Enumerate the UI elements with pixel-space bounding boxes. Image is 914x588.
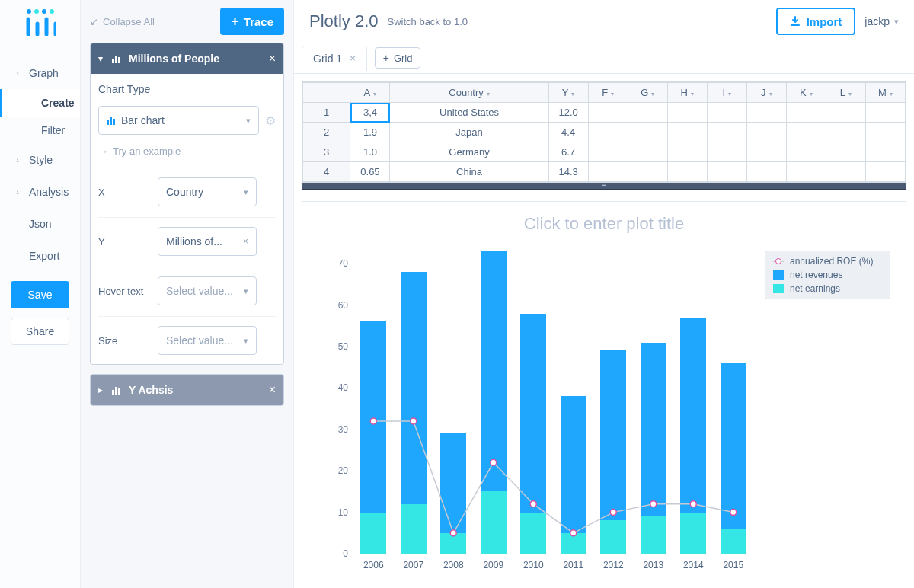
cell[interactable]: 4.4: [548, 123, 588, 142]
cell[interactable]: [588, 162, 628, 182]
column-header[interactable]: Y▾: [548, 83, 588, 103]
cell[interactable]: [667, 142, 707, 162]
column-header[interactable]: I▾: [707, 83, 746, 103]
cell[interactable]: [746, 142, 786, 162]
cell[interactable]: [865, 142, 905, 162]
cell[interactable]: [865, 103, 905, 123]
cell[interactable]: 1.9: [350, 123, 390, 142]
cell[interactable]: Japan: [390, 123, 548, 142]
import-button[interactable]: Import: [776, 8, 856, 35]
line-marker[interactable]: [411, 418, 417, 424]
cell[interactable]: 3,4: [350, 103, 390, 123]
cell[interactable]: [707, 103, 746, 123]
line-marker[interactable]: [730, 510, 737, 516]
line-marker[interactable]: [450, 530, 456, 536]
plot-title-input[interactable]: Click to enter plot title: [318, 214, 890, 234]
line-marker[interactable]: [370, 418, 376, 424]
column-header[interactable]: G▾: [628, 83, 667, 103]
cell[interactable]: [826, 162, 865, 182]
cell[interactable]: Germany: [390, 142, 548, 162]
cell[interactable]: [786, 162, 826, 182]
close-icon[interactable]: ×: [269, 383, 276, 397]
cell[interactable]: [628, 162, 667, 182]
nav-item-create[interactable]: Create: [0, 89, 80, 117]
column-header[interactable]: K▾: [786, 83, 826, 103]
column-header[interactable]: F▾: [588, 83, 628, 103]
collapse-all-button[interactable]: ↙ Collapse All: [90, 16, 155, 27]
legend-item[interactable]: net revenues: [773, 270, 882, 280]
hover-select[interactable]: Select value... ▾: [158, 276, 257, 305]
x-select[interactable]: Country ▾: [158, 177, 257, 206]
cell[interactable]: [746, 123, 786, 142]
line-marker[interactable]: [690, 501, 696, 507]
cell[interactable]: [865, 123, 905, 142]
line-marker[interactable]: [570, 530, 577, 536]
cell[interactable]: [667, 103, 707, 123]
line-marker[interactable]: [530, 501, 536, 507]
clear-icon[interactable]: ×: [243, 236, 248, 247]
nav-item-filter[interactable]: Filter: [0, 117, 80, 144]
cell[interactable]: [826, 142, 865, 162]
cell[interactable]: [746, 162, 786, 182]
cell[interactable]: [826, 123, 865, 142]
cell[interactable]: [746, 103, 786, 123]
cell[interactable]: [588, 142, 628, 162]
cell[interactable]: [707, 142, 746, 162]
cell[interactable]: China: [390, 162, 548, 182]
cell[interactable]: [628, 103, 667, 123]
cell[interactable]: [786, 142, 826, 162]
cell[interactable]: 0.65: [350, 162, 390, 182]
nav-item-json[interactable]: Json: [0, 208, 80, 240]
column-header[interactable]: J▾: [746, 83, 786, 103]
trace-header[interactable]: ▸ Y Achsis ×: [91, 375, 283, 405]
table-row[interactable]: 21.9Japan4.4: [303, 123, 906, 142]
column-header[interactable]: Country▾: [390, 83, 548, 103]
save-button[interactable]: Save: [11, 281, 69, 308]
switch-back-link[interactable]: Switch back to 1.0: [388, 16, 468, 27]
cell[interactable]: United States: [390, 103, 548, 123]
add-grid-button[interactable]: + Grid: [375, 47, 421, 69]
cell[interactable]: [628, 142, 667, 162]
table-row[interactable]: 13,4United States12.0: [303, 103, 906, 123]
data-grid[interactable]: A▾Country▾Y▾F▾G▾H▾I▾J▾K▾L▾M▾13,4United S…: [302, 81, 906, 183]
cell[interactable]: 12.0: [548, 103, 588, 123]
cell[interactable]: 14.3: [548, 162, 588, 182]
nav-item-graph[interactable]: ›Graph: [0, 57, 80, 89]
cell[interactable]: [826, 103, 865, 123]
cell[interactable]: [707, 162, 746, 182]
cell[interactable]: 6.7: [548, 142, 588, 162]
cell[interactable]: [865, 162, 905, 182]
legend-item[interactable]: net earnings: [773, 283, 882, 294]
gear-icon[interactable]: ⚙: [265, 113, 276, 128]
cell[interactable]: [628, 123, 667, 142]
table-row[interactable]: 40.65China14.3: [303, 162, 906, 182]
close-icon[interactable]: ×: [269, 52, 276, 66]
share-button[interactable]: Share: [11, 318, 69, 345]
cell[interactable]: [786, 103, 826, 123]
cell[interactable]: [786, 123, 826, 142]
column-header[interactable]: H▾: [667, 83, 707, 103]
size-select[interactable]: Select value... ▾: [158, 326, 257, 355]
grid-splitter[interactable]: [302, 183, 906, 190]
try-example-link[interactable]: → Try an example: [98, 145, 276, 157]
cell[interactable]: 1.0: [350, 142, 390, 162]
line-marker[interactable]: [491, 459, 497, 465]
y-select[interactable]: Millions of... ×: [158, 227, 257, 256]
tab-grid[interactable]: Grid 1 ×: [302, 46, 367, 71]
nav-item-analysis[interactable]: ›Analysis: [0, 176, 80, 208]
column-header[interactable]: L▾: [826, 83, 865, 103]
cell[interactable]: [588, 103, 628, 123]
column-header[interactable]: A▾: [350, 83, 390, 103]
user-menu[interactable]: jackp ▾: [864, 15, 899, 27]
cell[interactable]: [707, 123, 746, 142]
chart-type-select[interactable]: Bar chart ▾: [98, 106, 259, 135]
legend-item[interactable]: annualized ROE (%): [773, 256, 882, 267]
nav-item-style[interactable]: ›Style: [0, 144, 80, 176]
column-header[interactable]: M▾: [865, 83, 905, 103]
line-marker[interactable]: [650, 501, 657, 507]
nav-item-export[interactable]: Export: [0, 240, 80, 272]
cell[interactable]: [667, 123, 707, 142]
trace-header[interactable]: ▾ Millions of People ×: [91, 43, 283, 74]
add-trace-button[interactable]: + Trace: [220, 8, 284, 35]
cell[interactable]: [588, 123, 628, 142]
